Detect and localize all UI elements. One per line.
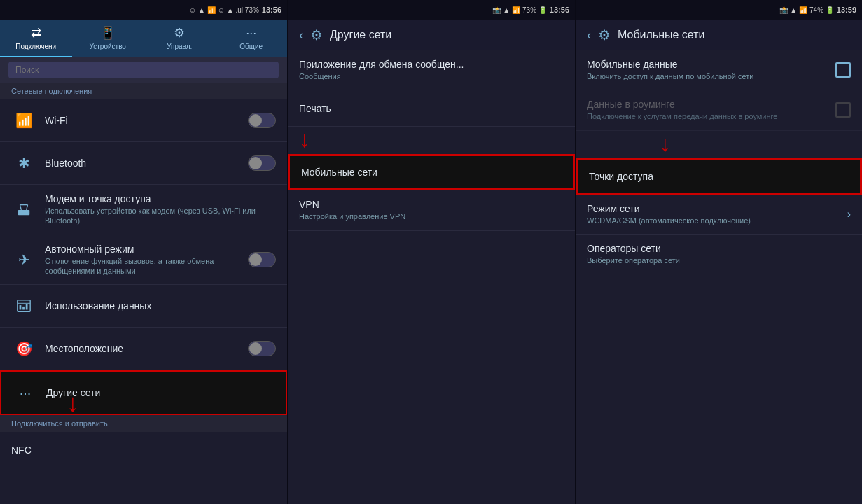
bluetooth-item[interactable]: ✱ Bluetooth bbox=[0, 142, 287, 185]
access-points-item[interactable]: Точки доступа bbox=[576, 158, 862, 195]
mobile-data-item[interactable]: Мобильные данные Включить доступ к данны… bbox=[576, 50, 862, 90]
general-icon: ··· bbox=[246, 26, 256, 41]
panel-1: ☺ ▲ 📶 ☺ ▲ .ul 73% 13:56 ⇄ Подключени 📱 У… bbox=[0, 0, 287, 504]
clock-2: 13:56 bbox=[550, 6, 569, 14]
panel3-title: Мобильные сети bbox=[618, 29, 705, 41]
network-operators-item[interactable]: Операторы сети Выберите оператора сети bbox=[576, 234, 862, 274]
modem-title: Модем и точка доступа bbox=[45, 193, 276, 204]
wifi-item[interactable]: 📶 Wi-Fi bbox=[0, 99, 287, 142]
data-usage-icon bbox=[11, 293, 36, 318]
location-title: Местоположение bbox=[45, 343, 248, 354]
vpn-subtitle: Настройка и управление VPN bbox=[299, 211, 564, 221]
messaging-subtitle: Сообщения bbox=[299, 71, 564, 81]
battery-percent: ☺ ▲ .ul 73% bbox=[218, 6, 259, 14]
panel-3: 📸 ▲ 📶 74% 🔋 13:59 ‹ ⚙ Мобильные сети Моб… bbox=[575, 0, 862, 504]
tab-device-label: Устройство bbox=[90, 43, 126, 50]
svg-rect-6 bbox=[20, 305, 22, 309]
gear-icon-3: ⚙ bbox=[598, 27, 611, 43]
network-operators-title: Операторы сети bbox=[587, 243, 851, 254]
panel2-title: Другие сети bbox=[330, 29, 391, 41]
tab-device[interactable]: 📱 Устройство bbox=[72, 20, 144, 57]
status-bar-2: 📸 ▲ 📶 73% 🔋 13:56 bbox=[288, 0, 575, 20]
screenshot-icon: 📸 bbox=[492, 6, 501, 14]
red-arrow-panel2: ↓ bbox=[288, 127, 575, 154]
wifi-icon: 📶 bbox=[11, 108, 36, 133]
svg-line-2 bbox=[27, 205, 28, 210]
back-button-2[interactable]: ‹ bbox=[299, 28, 303, 43]
tab-general[interactable]: ··· Общие bbox=[216, 20, 288, 57]
bluetooth-icon: ✱ bbox=[11, 150, 36, 176]
tab-general-label: Общие bbox=[239, 43, 263, 50]
signal-bars-3: 📶 bbox=[799, 6, 807, 14]
connect-icon: ⇄ bbox=[31, 25, 41, 41]
status-bar-3: 📸 ▲ 📶 74% 🔋 13:59 bbox=[576, 0, 862, 20]
roaming-checkbox[interactable] bbox=[835, 102, 851, 118]
settings-list-3: Мобильные данные Включить доступ к данны… bbox=[576, 50, 862, 504]
tab-manage[interactable]: ⚙ Управл. bbox=[144, 20, 216, 57]
bluetooth-title: Bluetooth bbox=[45, 158, 248, 169]
data-usage-item[interactable]: Использование данных bbox=[0, 285, 287, 328]
roaming-item[interactable]: Данные в роуминге Подключение к услугам … bbox=[576, 90, 862, 130]
nfc-title: NFC bbox=[11, 444, 276, 456]
bluetooth-toggle[interactable] bbox=[248, 155, 276, 171]
network-mode-item[interactable]: Режим сети WCDMA/GSM (автоматическое под… bbox=[576, 195, 862, 234]
airplane-toggle-dot bbox=[249, 253, 262, 266]
network-mode-subtitle: WCDMA/GSM (автоматическое подключение) bbox=[587, 216, 847, 225]
modem-icon bbox=[11, 197, 36, 222]
signal-bars: 📶 bbox=[207, 6, 216, 14]
status-icons-1: ☺ ▲ 📶 ☺ ▲ .ul 73% bbox=[189, 6, 259, 14]
print-item[interactable]: Печать bbox=[288, 90, 575, 127]
nfc-item[interactable]: NFC bbox=[0, 432, 287, 468]
status-icons-2: 📸 ▲ 📶 73% 🔋 bbox=[492, 6, 547, 14]
battery-2: 73% 🔋 bbox=[522, 6, 547, 14]
signal-bars-2: 📶 bbox=[512, 6, 520, 14]
location-toggle-dot bbox=[249, 342, 262, 355]
bluetooth-toggle-dot bbox=[249, 157, 262, 169]
messaging-app-item[interactable]: Приложение для обмена сообщен... Сообщен… bbox=[288, 50, 575, 90]
screenshot-icon-3: 📸 bbox=[779, 6, 788, 14]
roaming-title: Данные в роуминге bbox=[587, 99, 835, 110]
svg-rect-8 bbox=[26, 304, 28, 309]
status-icons-3: 📸 ▲ 📶 74% 🔋 bbox=[779, 6, 834, 14]
mobile-networks-title: Мобильные сети bbox=[301, 167, 562, 178]
search-input[interactable] bbox=[8, 62, 279, 78]
other-networks-icon: ··· bbox=[13, 380, 38, 405]
tab-connect[interactable]: ⇄ Подключени bbox=[0, 20, 72, 57]
location-item[interactable]: 🎯 Местоположение bbox=[0, 328, 287, 370]
messaging-title: Приложение для обмена сообщен... bbox=[299, 59, 564, 70]
location-icon: 🎯 bbox=[11, 336, 36, 361]
tab-bar: ⇄ Подключени 📱 Устройство ⚙ Управл. ··· … bbox=[0, 20, 287, 57]
panel2-header: ‹ ⚙ Другие сети bbox=[288, 20, 575, 50]
back-button-3[interactable]: ‹ bbox=[587, 28, 591, 43]
network-operators-subtitle: Выберите оператора сети bbox=[587, 255, 851, 265]
vpn-item[interactable]: VPN Настройка и управление VPN bbox=[288, 190, 575, 230]
wifi-title: Wi-Fi bbox=[45, 115, 248, 126]
battery-3: 74% 🔋 bbox=[809, 6, 834, 14]
mobile-networks-item[interactable]: Мобильные сети bbox=[288, 154, 575, 190]
red-arrow-panel3: ↓ bbox=[576, 131, 862, 158]
signal-3: ▲ bbox=[790, 6, 797, 14]
signal-icon: ▲ bbox=[198, 6, 205, 14]
other-networks-item[interactable]: ··· Другие сети bbox=[0, 370, 287, 415]
status-bar-1: ☺ ▲ 📶 ☺ ▲ .ul 73% 13:56 bbox=[0, 0, 287, 20]
wifi-toggle[interactable] bbox=[248, 113, 276, 128]
chevron-right-icon: › bbox=[847, 208, 851, 220]
airplane-subtitle: Отключение функций вызовов, а также обме… bbox=[45, 256, 248, 276]
svg-rect-0 bbox=[18, 210, 30, 215]
panel3-header: ‹ ⚙ Мобильные сети bbox=[576, 20, 862, 50]
panel-2: 📸 ▲ 📶 73% 🔋 13:56 ‹ ⚙ Другие сети Прилож… bbox=[287, 0, 575, 504]
svg-rect-7 bbox=[22, 307, 25, 310]
airplane-toggle[interactable] bbox=[248, 252, 276, 267]
airplane-title: Автономный режим bbox=[45, 244, 248, 255]
location-toggle[interactable] bbox=[248, 341, 276, 356]
mobile-data-subtitle: Включить доступ к данным по мобильной се… bbox=[587, 71, 835, 81]
settings-list-2: Приложение для обмена сообщен... Сообщен… bbox=[288, 50, 575, 504]
section-header-network: Сетевые подключения bbox=[0, 83, 287, 99]
mobile-data-checkbox[interactable] bbox=[835, 62, 851, 78]
airplane-item[interactable]: ✈ Автономный режим Отключение функций вы… bbox=[0, 235, 287, 286]
modem-item[interactable]: Модем и точка доступа Использовать устро… bbox=[0, 185, 287, 235]
data-usage-title: Использование данных bbox=[45, 300, 276, 312]
mobile-data-title: Мобильные данные bbox=[587, 59, 835, 70]
access-points-title: Точки доступа bbox=[589, 171, 849, 182]
airplane-icon: ✈ bbox=[11, 247, 36, 272]
